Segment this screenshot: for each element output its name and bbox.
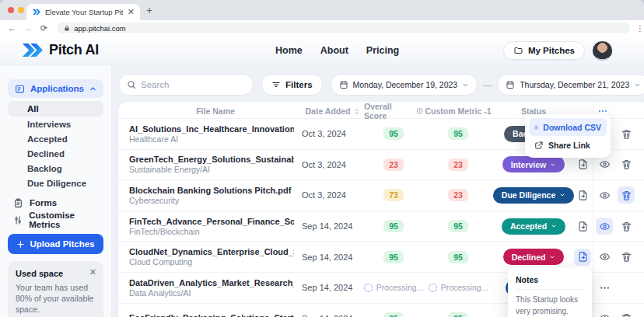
minimize-window-icon[interactable] xyxy=(18,7,24,13)
sidebar-forms-label: Forms xyxy=(30,198,57,207)
applications-icon xyxy=(15,84,25,94)
trash-icon[interactable] xyxy=(618,218,635,235)
export-menu: Download CSV Share Link xyxy=(525,114,611,158)
eye-icon[interactable] xyxy=(596,310,613,317)
copy-icon[interactable] xyxy=(574,249,591,266)
eye-icon[interactable] xyxy=(596,218,613,235)
date-from-picker[interactable]: Monday, December 19, 2023 xyxy=(331,74,478,96)
calendar-icon xyxy=(339,80,348,89)
used-space-body: Your team has used 80% of your available… xyxy=(16,282,96,315)
info-icon[interactable] xyxy=(416,107,423,115)
search-input[interactable] xyxy=(141,80,234,89)
tab-close-icon[interactable]: ✕ xyxy=(128,8,135,16)
menu-item-download-csv[interactable]: Download CSV xyxy=(529,118,607,136)
search-box[interactable] xyxy=(118,74,254,96)
sidebar-item-backlog[interactable]: Backlog xyxy=(8,161,103,176)
search-icon xyxy=(127,80,136,89)
filters-button[interactable]: Filters xyxy=(261,74,323,96)
eye-icon[interactable] xyxy=(596,186,613,204)
sidebar-item-interviews[interactable]: Interviews xyxy=(8,117,103,131)
browser-tabstrip: Elevate Your Startup Pitch ✕ + xyxy=(0,0,644,20)
trash-icon[interactable] xyxy=(618,310,635,317)
file-cell[interactable]: EcoFriendly_Packaging_Solutions_Startup_… xyxy=(129,313,302,317)
eye-icon[interactable] xyxy=(596,156,613,173)
upload-pitches-button[interactable]: Upload Pitches xyxy=(8,234,103,254)
close-window-icon[interactable] xyxy=(8,7,14,13)
notes-popover: Notes This Startup looks very promising.… xyxy=(508,267,592,317)
browser-menu-icon[interactable]: ⋮ xyxy=(636,24,644,33)
table-row: FinTech_Advance_Personal_Finance_Solutio… xyxy=(118,211,644,242)
trash-icon[interactable] xyxy=(618,249,635,266)
status-dropdown[interactable]: Interview xyxy=(502,156,565,172)
sidebar: Applications All Interviews Accepted Dec… xyxy=(0,65,112,317)
trash-icon[interactable] xyxy=(618,156,635,173)
file-cell[interactable]: DataDriven_Analytics_Market_Research_Too… xyxy=(129,278,302,298)
brand-name: Pitch AI xyxy=(49,42,99,58)
eye-icon[interactable] xyxy=(596,249,613,266)
upload-pitches-label: Upload Pitches xyxy=(30,239,94,249)
forward-icon[interactable]: → xyxy=(24,23,33,33)
column-custom-metric: Custom Metric -1 xyxy=(423,106,493,116)
file-name: DataDriven_Analytics_Market_Research_Too… xyxy=(129,278,294,287)
notes-title: Notes xyxy=(516,275,584,284)
status-dropdown[interactable]: Due Diligence xyxy=(493,187,574,204)
sidebar-item-applications[interactable]: Applications xyxy=(8,79,103,98)
filters-label: Filters xyxy=(285,80,313,89)
reload-icon[interactable]: ⟳ xyxy=(40,23,47,33)
row-actions xyxy=(574,156,644,173)
file-name: AI_Solutions_Inc_Healthcare_Innovation_P… xyxy=(129,124,294,134)
file-category: FinTech/Blockchain xyxy=(129,227,294,236)
chevron-down-icon xyxy=(634,82,641,89)
sidebar-item-forms[interactable]: Forms xyxy=(8,195,103,211)
status-dropdown[interactable]: Accepted xyxy=(502,218,565,235)
copy-icon[interactable] xyxy=(574,156,591,173)
menu-item-label: Download CSV xyxy=(543,123,601,132)
status-dropdown[interactable]: Declined xyxy=(503,249,565,265)
file-cell[interactable]: GreenTech_Energy_Solutions_Sustainable_E… xyxy=(129,155,302,174)
spinner-icon xyxy=(429,284,437,292)
url-field[interactable]: app.pitchai.com xyxy=(57,23,630,33)
user-avatar[interactable] xyxy=(592,40,613,61)
file-name: EcoFriendly_Packaging_Solutions_Startup_… xyxy=(129,313,294,317)
my-pitches-button[interactable]: My Pitches xyxy=(503,41,585,60)
used-space-close-icon[interactable]: ✕ xyxy=(89,267,96,277)
ellipsis-icon[interactable] xyxy=(596,279,613,296)
file-name: Blockchain Banking Solutions Pitch.pdf xyxy=(129,186,294,195)
menu-item-share-link[interactable]: Share Link xyxy=(529,136,607,154)
date-added-cell: Oct 3, 2024 xyxy=(302,160,364,169)
site-header: Pitch AI Home About Pricing My Pitches xyxy=(0,36,644,65)
file-cell[interactable]: Blockchain Banking Solutions Pitch.pdfCy… xyxy=(129,186,302,205)
score-processing: Processing... xyxy=(364,283,423,292)
new-tab-button[interactable]: + xyxy=(146,4,152,16)
back-icon[interactable]: ← xyxy=(8,23,16,33)
sidebar-item-due-diligence[interactable]: Due Diligence xyxy=(8,176,103,190)
tab-favicon-icon xyxy=(32,8,40,16)
sidebar-item-all[interactable]: All xyxy=(8,101,103,117)
nav-home[interactable]: Home xyxy=(275,45,303,56)
score-pill: 73 xyxy=(364,189,423,201)
nav-about[interactable]: About xyxy=(320,45,348,56)
file-cell[interactable]: AI_Solutions_Inc_Healthcare_Innovation_P… xyxy=(129,124,302,144)
sidebar-item-customise-metrics[interactable]: Customise Metrics xyxy=(8,212,103,228)
browser-tab[interactable]: Elevate Your Startup Pitch ✕ xyxy=(26,4,140,20)
row-actions xyxy=(574,186,644,204)
column-date-added[interactable]: Date Added xyxy=(302,106,364,116)
trash-icon[interactable] xyxy=(618,125,635,142)
notes-divider xyxy=(516,289,584,290)
trash-icon[interactable] xyxy=(618,186,635,204)
sort-icon xyxy=(353,108,360,115)
chevron-up-icon xyxy=(89,85,96,92)
copy-icon[interactable] xyxy=(574,186,591,204)
sidebar-item-accepted[interactable]: Accepted xyxy=(8,131,103,146)
date-to-picker[interactable]: Thursday, December 21, 2023 xyxy=(497,74,644,96)
sidebar-item-declined[interactable]: Declined xyxy=(8,146,103,161)
filter-icon xyxy=(271,80,281,89)
file-cell[interactable]: CloudNet_Dynamics_Enterprise_Cloud_Solut… xyxy=(129,247,302,266)
score-pill: 23 xyxy=(423,158,493,171)
file-cell[interactable]: FinTech_Advance_Personal_Finance_Solutio… xyxy=(129,217,302,236)
nav-pricing[interactable]: Pricing xyxy=(366,45,399,56)
copy-icon[interactable] xyxy=(574,218,591,235)
status-cell: Interview xyxy=(493,156,574,172)
date-range: Monday, December 19, 2023 — Thursday, De… xyxy=(331,74,644,96)
brand[interactable]: Pitch AI xyxy=(22,42,99,58)
